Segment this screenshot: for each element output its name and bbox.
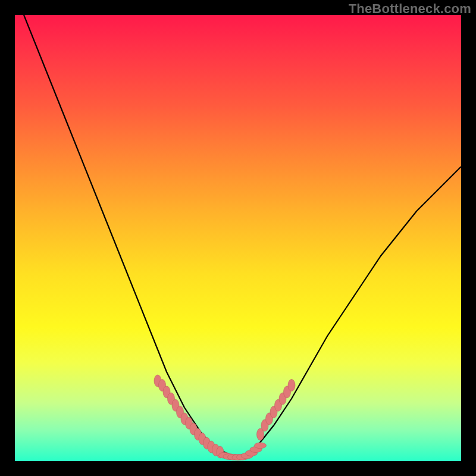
frame-border: TheBottleneck.com: [0, 0, 476, 476]
main-curve: [24, 15, 461, 457]
data-marker: [288, 380, 295, 392]
bottleneck-curve-chart: [15, 15, 461, 461]
left-marker-cluster: [154, 375, 224, 458]
trough-marker-cluster: [219, 443, 267, 461]
right-marker-cluster: [257, 380, 296, 441]
data-marker: [255, 443, 267, 449]
